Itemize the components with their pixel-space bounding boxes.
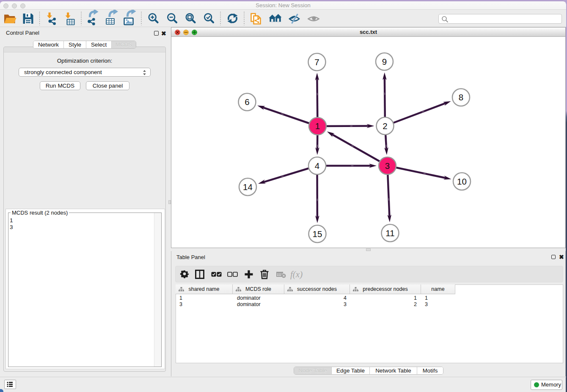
svg-text:10: 10 [457,177,467,186]
svg-text:f(x): f(x) [290,269,303,279]
svg-text:6: 6 [245,97,249,107]
svg-text:4: 4 [315,161,319,171]
svg-text:8: 8 [459,92,463,102]
svg-text:2: 2 [383,121,387,131]
svg-text:11: 11 [385,228,394,238]
svg-text:7: 7 [314,57,319,67]
svg-text:9: 9 [382,57,387,66]
svg-text:3: 3 [385,161,390,171]
svg-text:1: 1 [315,121,320,131]
svg-text:14: 14 [243,182,253,192]
svg-text:15: 15 [313,229,322,239]
